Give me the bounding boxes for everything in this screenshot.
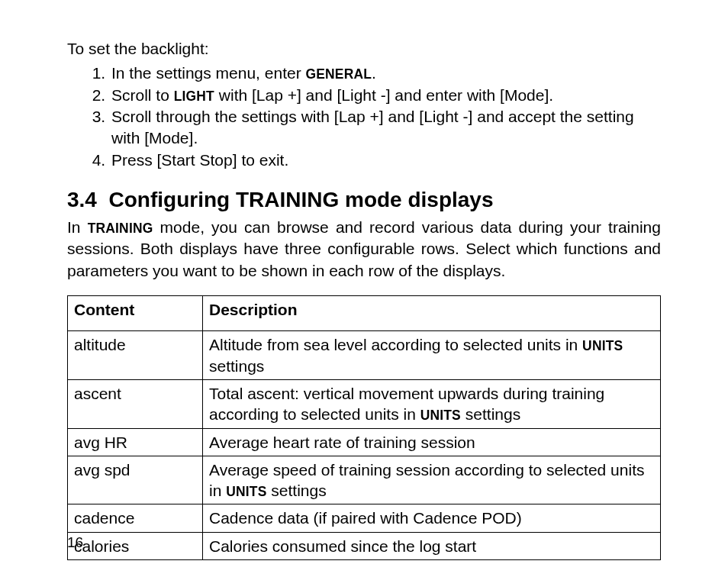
step-3-pre: Scroll through the settings with [Lap +]… — [111, 108, 634, 147]
step-4: Press [Start Stop] to exit. — [110, 150, 661, 171]
backlight-lead: To set the backlight: — [67, 38, 661, 60]
step-2-sc: LIGHT — [174, 89, 214, 104]
cell-description: Cadence data (if paired with Cadence POD… — [203, 504, 661, 532]
cell-content: calories — [68, 532, 203, 559]
table-row: cadence Cadence data (if paired with Cad… — [68, 504, 661, 532]
desc-sc: UNITS — [582, 338, 623, 353]
cell-content: cadence — [68, 504, 203, 532]
step-2-post: with [Lap +] and [Light -] and enter wit… — [214, 86, 553, 104]
table-row: ascent Total ascent: vertical movement u… — [68, 379, 661, 428]
cell-content: avg spd — [68, 456, 203, 504]
desc-text: Average heart rate of training session — [209, 434, 475, 451]
step-4-pre: Press [Start Stop] to exit. — [111, 151, 288, 169]
cell-description: Average heart rate of training session — [203, 428, 661, 456]
intro-sc: TRAINING — [88, 221, 153, 236]
section-number: 3.4 — [67, 188, 97, 211]
table-row: altitude Altitude from sea level accordi… — [68, 331, 661, 380]
step-1-sc: GENERAL — [305, 66, 372, 82]
desc-text: Total ascent: vertical movement upwards … — [209, 385, 604, 423]
cell-description: Calories consumed since the log start — [203, 532, 661, 559]
desc-sc: UNITS — [226, 484, 266, 499]
cell-content: avg HR — [68, 428, 203, 456]
table-row: avg HR Average heart rate of training se… — [68, 428, 661, 456]
step-2-pre: Scroll to — [111, 86, 174, 104]
section-heading: 3.4 Configuring TRAINING mode displays — [67, 188, 661, 212]
table-row: calories Calories consumed since the log… — [68, 532, 661, 559]
cell-content: ascent — [68, 379, 203, 428]
cell-content: altitude — [68, 331, 203, 380]
desc-sc: UNITS — [420, 408, 461, 423]
desc-text: Calories consumed since the log start — [209, 537, 476, 555]
desc-text: Cadence data (if paired with Cadence POD… — [209, 509, 522, 527]
step-1: In the settings menu, enter GENERAL. — [110, 63, 661, 84]
section-intro: In TRAINING mode, you can browse and rec… — [67, 217, 661, 282]
intro-post: mode, you can browse and record various … — [67, 218, 661, 279]
cell-description: Altitude from sea level according to sel… — [203, 331, 661, 380]
content-table: Content Description altitude Altitude fr… — [67, 295, 661, 560]
page-number: 16 — [67, 534, 83, 551]
section-title: Configuring TRAINING mode displays — [109, 188, 494, 211]
table-header-row: Content Description — [68, 296, 661, 331]
step-1-post: . — [372, 64, 376, 82]
intro-pre: In — [67, 218, 88, 236]
cell-description: Average speed of training session accord… — [203, 456, 661, 504]
desc-text-2: settings — [266, 482, 326, 499]
cell-description: Total ascent: vertical movement upwards … — [203, 379, 661, 428]
step-1-pre: In the settings menu, enter — [111, 64, 305, 82]
header-description: Description — [203, 296, 661, 331]
table-row: avg spd Average speed of training sessio… — [68, 456, 661, 504]
step-3: Scroll through the settings with [Lap +]… — [110, 106, 661, 150]
step-2: Scroll to LIGHT with [Lap +] and [Light … — [110, 85, 661, 106]
header-content: Content — [68, 296, 203, 331]
table-body: altitude Altitude from sea level accordi… — [68, 331, 661, 560]
page: To set the backlight: In the settings me… — [0, 0, 728, 577]
backlight-steps: In the settings menu, enter GENERAL. Scr… — [67, 63, 661, 171]
desc-text-2: settings — [209, 357, 264, 375]
desc-text: Altitude from sea level according to sel… — [209, 336, 582, 353]
desc-text-2: settings — [461, 405, 520, 423]
